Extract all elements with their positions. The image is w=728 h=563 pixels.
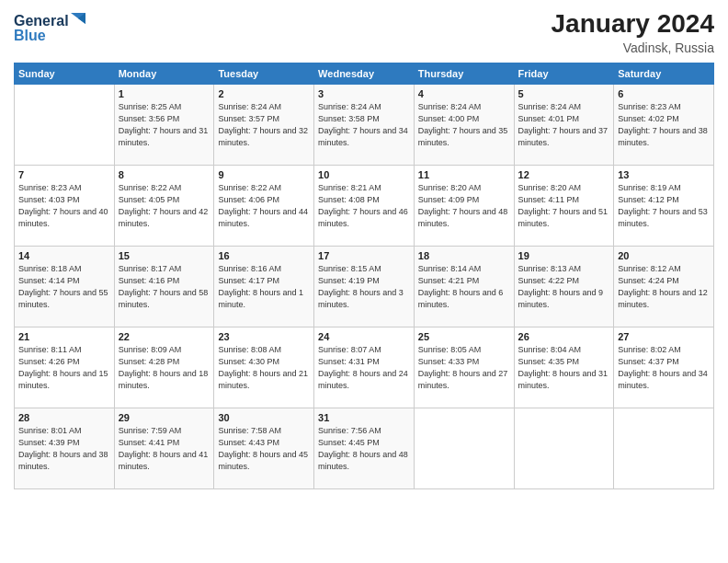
sunset-text: Sunset: 4:35 PM [518,356,610,368]
cell-content: Sunrise: 8:24 AMSunset: 3:57 PMDaylight:… [218,101,310,149]
header-thursday: Thursday [414,63,514,85]
cell-content: Sunrise: 8:16 AMSunset: 4:17 PMDaylight:… [218,263,310,311]
day-number: 26 [518,331,610,342]
calendar-table: Sunday Monday Tuesday Wednesday Thursday… [14,63,714,489]
day-number: 19 [518,250,610,261]
day-number: 25 [418,331,510,342]
daylight-text: Daylight: 8 hours and 6 minutes. [418,287,510,311]
day-number: 4 [418,88,510,99]
sunset-text: Sunset: 4:09 PM [418,194,510,206]
cell-content: Sunrise: 8:20 AMSunset: 4:11 PMDaylight:… [518,182,610,230]
day-number: 18 [418,250,510,261]
cell-content: Sunrise: 8:25 AMSunset: 3:56 PMDaylight:… [119,101,210,149]
sunset-text: Sunset: 4:16 PM [119,275,210,287]
daylight-text: Daylight: 7 hours and 35 minutes. [418,125,510,149]
daylight-text: Daylight: 8 hours and 27 minutes. [418,368,510,392]
sunrise-text: Sunrise: 8:19 AM [618,182,710,194]
month-title: January 2024 [552,9,714,39]
sunrise-text: Sunrise: 8:01 AM [18,425,110,437]
day-number: 20 [618,250,710,261]
daylight-text: Daylight: 8 hours and 48 minutes. [318,449,410,473]
sunset-text: Sunset: 4:19 PM [318,275,410,287]
sunrise-text: Sunrise: 8:23 AM [618,101,710,113]
calendar-cell: 25Sunrise: 8:05 AMSunset: 4:33 PMDayligh… [414,327,514,408]
sunrise-text: Sunrise: 8:24 AM [418,101,510,113]
sunset-text: Sunset: 4:24 PM [618,275,710,287]
daylight-text: Daylight: 8 hours and 38 minutes. [18,449,110,473]
day-number: 14 [18,250,110,261]
daylight-text: Daylight: 7 hours and 46 minutes. [318,206,410,230]
sunset-text: Sunset: 4:11 PM [518,194,610,206]
calendar-cell: 11Sunrise: 8:20 AMSunset: 4:09 PMDayligh… [414,166,514,247]
calendar-cell: 26Sunrise: 8:04 AMSunset: 4:35 PMDayligh… [514,327,614,408]
sunrise-text: Sunrise: 8:22 AM [119,182,210,194]
sunset-text: Sunset: 4:17 PM [218,275,310,287]
day-number: 27 [618,331,710,342]
cell-content: Sunrise: 8:20 AMSunset: 4:09 PMDaylight:… [418,182,510,230]
sunrise-text: Sunrise: 8:20 AM [518,182,610,194]
day-number: 6 [618,88,710,99]
day-number: 5 [518,88,610,99]
sunrise-text: Sunrise: 8:24 AM [518,101,610,113]
cell-content: Sunrise: 8:09 AMSunset: 4:28 PMDaylight:… [119,344,210,392]
cell-content: Sunrise: 8:18 AMSunset: 4:14 PMDaylight:… [18,263,110,311]
cell-content: Sunrise: 7:59 AMSunset: 4:41 PMDaylight:… [119,425,210,473]
daylight-text: Daylight: 8 hours and 9 minutes. [518,287,610,311]
logo: General Blue [14,9,97,44]
sunrise-text: Sunrise: 8:12 AM [618,263,710,275]
sunset-text: Sunset: 4:41 PM [119,437,210,449]
sunrise-text: Sunrise: 8:11 AM [18,344,110,356]
day-number: 16 [218,250,310,261]
daylight-text: Daylight: 7 hours and 51 minutes. [518,206,610,230]
day-number: 29 [119,412,210,423]
calendar-week-3: 21Sunrise: 8:11 AMSunset: 4:26 PMDayligh… [15,327,714,408]
calendar-cell: 12Sunrise: 8:20 AMSunset: 4:11 PMDayligh… [514,166,614,247]
day-number: 22 [119,331,210,342]
day-number: 3 [318,88,410,99]
calendar-cell: 20Sunrise: 8:12 AMSunset: 4:24 PMDayligh… [614,247,714,327]
sunrise-text: Sunrise: 8:24 AM [318,101,410,113]
cell-content: Sunrise: 8:17 AMSunset: 4:16 PMDaylight:… [119,263,210,311]
header-saturday: Saturday [614,63,714,85]
cell-content: Sunrise: 8:13 AMSunset: 4:22 PMDaylight:… [518,263,610,311]
daylight-text: Daylight: 7 hours and 44 minutes. [218,206,310,230]
day-number: 23 [218,331,310,342]
calendar-page: General Blue January 2024 Vadinsk, Russi… [0,0,728,563]
sunset-text: Sunset: 4:06 PM [218,194,310,206]
calendar-cell: 21Sunrise: 8:11 AMSunset: 4:26 PMDayligh… [15,327,115,408]
daylight-text: Daylight: 8 hours and 41 minutes. [119,449,210,473]
daylight-text: Daylight: 7 hours and 58 minutes. [119,287,210,311]
sunrise-text: Sunrise: 8:15 AM [318,263,410,275]
sunset-text: Sunset: 3:58 PM [318,113,410,125]
sunrise-text: Sunrise: 8:08 AM [218,344,310,356]
calendar-week-0: 1Sunrise: 8:25 AMSunset: 3:56 PMDaylight… [15,85,714,166]
day-number: 10 [318,169,410,180]
daylight-text: Daylight: 7 hours and 31 minutes. [119,125,210,149]
cell-content: Sunrise: 8:24 AMSunset: 4:00 PMDaylight:… [418,101,510,149]
sunset-text: Sunset: 4:28 PM [119,356,210,368]
calendar-cell: 9Sunrise: 8:22 AMSunset: 4:06 PMDaylight… [214,166,314,247]
page-header: General Blue January 2024 Vadinsk, Russi… [14,9,714,55]
daylight-text: Daylight: 7 hours and 37 minutes. [518,125,610,149]
day-number: 17 [318,250,410,261]
daylight-text: Daylight: 7 hours and 40 minutes. [18,206,110,230]
daylight-text: Daylight: 7 hours and 32 minutes. [218,125,310,149]
cell-content: Sunrise: 8:12 AMSunset: 4:24 PMDaylight:… [618,263,710,311]
sunrise-text: Sunrise: 7:56 AM [318,425,410,437]
daylight-text: Daylight: 8 hours and 12 minutes. [618,287,710,311]
calendar-cell: 18Sunrise: 8:14 AMSunset: 4:21 PMDayligh… [414,247,514,327]
sunset-text: Sunset: 4:45 PM [318,437,410,449]
calendar-cell [514,408,614,489]
sunrise-text: Sunrise: 8:04 AM [518,344,610,356]
header-wednesday: Wednesday [314,63,415,85]
cell-content: Sunrise: 8:24 AMSunset: 3:58 PMDaylight:… [318,101,410,149]
sunset-text: Sunset: 4:08 PM [318,194,410,206]
calendar-week-2: 14Sunrise: 8:18 AMSunset: 4:14 PMDayligh… [15,247,714,327]
cell-content: Sunrise: 8:08 AMSunset: 4:30 PMDaylight:… [218,344,310,392]
sunset-text: Sunset: 3:56 PM [119,113,210,125]
sunset-text: Sunset: 4:02 PM [618,113,710,125]
sunset-text: Sunset: 3:57 PM [218,113,310,125]
calendar-cell: 5Sunrise: 8:24 AMSunset: 4:01 PMDaylight… [514,85,614,166]
sunrise-text: Sunrise: 8:22 AM [218,182,310,194]
daylight-text: Daylight: 8 hours and 31 minutes. [518,368,610,392]
